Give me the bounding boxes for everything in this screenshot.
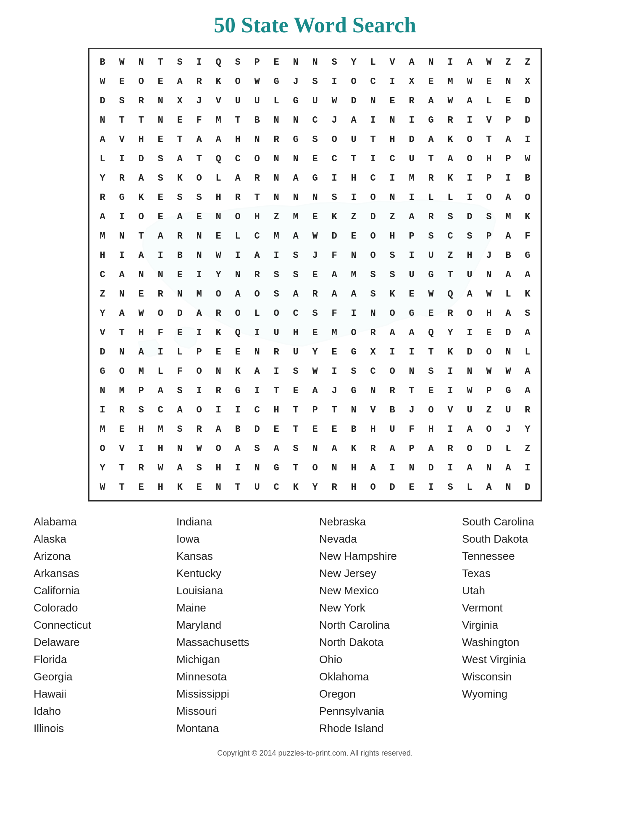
- grid-cell: R: [209, 304, 228, 323]
- grid-cell: O: [93, 439, 112, 458]
- grid-cell: S: [325, 188, 344, 207]
- grid-cell: C: [305, 110, 325, 130]
- grid-cell: E: [170, 265, 189, 284]
- grid-cell: V: [383, 52, 402, 72]
- grid-cell: M: [151, 420, 170, 439]
- grid-cell: H: [131, 130, 151, 149]
- grid-cell: A: [383, 439, 402, 458]
- grid-cell: T: [421, 149, 441, 168]
- grid-cell: D: [170, 304, 189, 323]
- grid-cell: I: [441, 381, 460, 400]
- grid-cell: S: [151, 168, 170, 188]
- grid-cell: I: [402, 342, 421, 362]
- grid-cell: M: [499, 207, 518, 226]
- grid-cell: V: [479, 110, 499, 130]
- grid-cell: S: [286, 362, 305, 381]
- grid-cell: N: [344, 246, 363, 265]
- grid-cell: N: [479, 458, 499, 478]
- word-item: Georgia: [34, 669, 168, 685]
- grid-cell: E: [170, 110, 189, 130]
- grid-cell: E: [305, 149, 325, 168]
- grid-cell: R: [151, 284, 170, 304]
- grid-cell: N: [131, 52, 151, 72]
- grid-cell: R: [209, 381, 228, 400]
- grid-cell: A: [286, 168, 305, 188]
- grid-cell: I: [460, 188, 479, 207]
- grid-cell: W: [499, 362, 518, 381]
- grid-cell: T: [112, 458, 131, 478]
- grid-cell: J: [325, 110, 344, 130]
- grid-cell: L: [209, 168, 228, 188]
- grid-cell: R: [247, 265, 267, 284]
- grid-cell: N: [499, 72, 518, 91]
- grid-cell: N: [267, 149, 286, 168]
- grid-cell: A: [499, 226, 518, 246]
- grid-cell: W: [209, 246, 228, 265]
- grid-cell: S: [170, 52, 189, 72]
- grid-cell: A: [460, 420, 479, 439]
- word-item: New Jersey: [319, 566, 454, 581]
- grid-cell: O: [189, 168, 209, 188]
- grid-cell: Y: [441, 323, 460, 342]
- grid-cell: L: [247, 304, 267, 323]
- grid-cell: E: [209, 342, 228, 362]
- grid-cell: M: [93, 420, 112, 439]
- grid-cell: B: [170, 246, 189, 265]
- grid-cell: N: [170, 284, 189, 304]
- grid-cell: N: [247, 458, 267, 478]
- grid-cell: S: [247, 439, 267, 458]
- grid-cell: I: [383, 168, 402, 188]
- grid-cell: E: [402, 478, 421, 497]
- grid-cell: W: [325, 91, 344, 110]
- grid-cell: O: [131, 207, 151, 226]
- grid-cell: L: [499, 284, 518, 304]
- word-grid: BWNTSIQSPENNSYLVANIAWZZWEOEARKOWGJSIOCIX…: [93, 52, 537, 497]
- grid-cell: C: [363, 362, 383, 381]
- grid-cell: M: [402, 168, 421, 188]
- grid-cell: A: [267, 439, 286, 458]
- grid-cell: I: [325, 362, 344, 381]
- grid-cell: G: [402, 304, 421, 323]
- grid-cell: K: [441, 342, 460, 362]
- grid-cell: I: [441, 362, 460, 381]
- grid-cell: A: [170, 400, 189, 420]
- grid-cell: I: [247, 381, 267, 400]
- page-title: 50 State Word Search: [214, 13, 416, 37]
- grid-cell: I: [499, 168, 518, 188]
- word-item: Iowa: [176, 531, 311, 547]
- grid-cell: S: [421, 362, 441, 381]
- grid-cell: A: [189, 304, 209, 323]
- grid-cell: W: [247, 72, 267, 91]
- grid-cell: K: [518, 207, 537, 226]
- grid-cell: F: [189, 110, 209, 130]
- grid-cell: A: [209, 420, 228, 439]
- grid-cell: Y: [93, 168, 112, 188]
- grid-cell: H: [131, 323, 151, 342]
- grid-cell: S: [305, 130, 325, 149]
- word-item: Indiana: [176, 514, 311, 530]
- word-item: Massachusetts: [176, 635, 311, 650]
- grid-cell: O: [363, 226, 383, 246]
- grid-cell: O: [363, 246, 383, 265]
- grid-cell: Z: [518, 52, 537, 72]
- grid-cell: C: [325, 149, 344, 168]
- grid-cell: I: [325, 168, 344, 188]
- grid-cell: I: [189, 381, 209, 400]
- grid-cell: S: [131, 400, 151, 420]
- grid-cell: G: [305, 168, 325, 188]
- grid-cell: I: [325, 72, 344, 91]
- grid-cell: A: [518, 362, 537, 381]
- word-item: Alabama: [34, 514, 168, 530]
- grid-cell: R: [402, 91, 421, 110]
- grid-cell: S: [383, 246, 402, 265]
- grid-cell: V: [112, 439, 131, 458]
- grid-cell: O: [479, 420, 499, 439]
- grid-cell: F: [402, 420, 421, 439]
- grid-cell: C: [286, 304, 305, 323]
- grid-cell: R: [247, 168, 267, 188]
- grid-cell: N: [421, 52, 441, 72]
- grid-cell: N: [383, 188, 402, 207]
- grid-cell: T: [344, 149, 363, 168]
- grid-cell: N: [499, 478, 518, 497]
- grid-cell: N: [131, 265, 151, 284]
